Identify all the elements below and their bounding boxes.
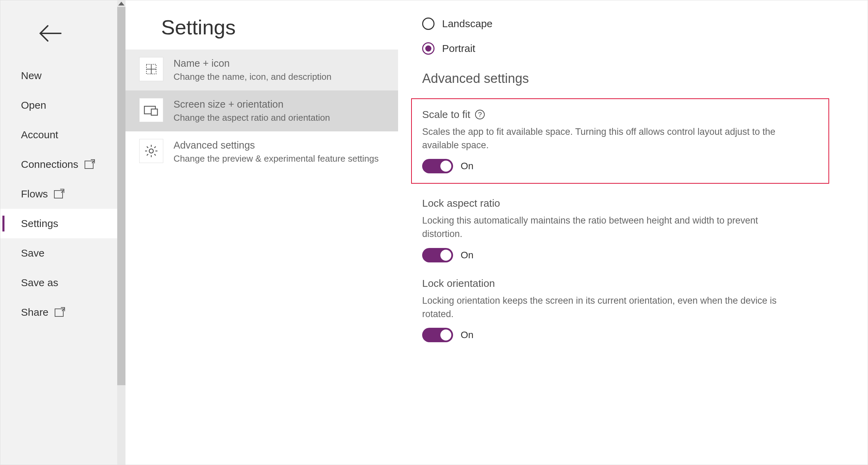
category-name-icon[interactable]: Name + icon Change the name, icon, and d… — [125, 50, 398, 90]
sidebar-item-account[interactable]: Account — [0, 120, 125, 150]
setting-desc: Locking this automatically maintains the… — [422, 214, 800, 241]
toggle-state-label: On — [461, 161, 473, 172]
sidebar-item-save-as[interactable]: Save as — [0, 268, 125, 298]
external-link-icon — [54, 190, 64, 198]
svg-point-5 — [149, 149, 153, 153]
setting-lock-orientation: Lock orientation Locking orientation kee… — [422, 278, 840, 342]
category-desc: Change the preview & experimental featur… — [174, 153, 379, 165]
scrollbar[interactable] — [117, 0, 125, 465]
sidebar-item-new[interactable]: New — [0, 61, 125, 90]
sidebar-item-connections[interactable]: Connections — [0, 150, 125, 179]
page-title: Settings — [125, 0, 398, 50]
toggle-scale-to-fit[interactable] — [422, 159, 453, 173]
radio-icon — [422, 42, 435, 55]
svg-line-10 — [147, 147, 148, 148]
sidebar-item-label: Save — [21, 247, 44, 259]
setting-scale-to-fit: Scale to fit ? Scales the app to fit ava… — [422, 109, 818, 173]
orientation-portrait[interactable]: Portrait — [422, 42, 840, 55]
sidebar-item-label: Save as — [21, 277, 58, 289]
setting-lock-aspect: Lock aspect ratio Locking this automatic… — [422, 197, 840, 262]
settings-categories: Settings Name + icon Change the name, ic… — [125, 0, 398, 465]
svg-rect-4 — [151, 109, 157, 115]
category-desc: Change the aspect ratio and orientation — [174, 112, 330, 124]
category-title: Name + icon — [174, 58, 332, 69]
sidebar-item-settings[interactable]: Settings — [0, 209, 125, 238]
toggle-lock-orientation[interactable] — [422, 328, 453, 342]
sidebar-item-label: Settings — [21, 218, 58, 229]
sidebar-item-save[interactable]: Save — [0, 238, 125, 268]
svg-line-11 — [154, 154, 156, 155]
category-advanced[interactable]: Advanced settings Change the preview & e… — [125, 131, 398, 172]
radio-label: Portrait — [442, 43, 475, 54]
advanced-settings-heading: Advanced settings — [422, 71, 840, 86]
external-link-icon — [85, 160, 94, 169]
settings-detail: Landscape Portrait Advanced settings Sca… — [398, 0, 868, 465]
category-title: Advanced settings — [174, 140, 379, 151]
orientation-landscape[interactable]: Landscape — [422, 18, 840, 30]
radio-label: Landscape — [442, 18, 493, 30]
sidebar: New Open Account Connections Flows Setti… — [0, 0, 125, 465]
radio-icon — [422, 18, 435, 30]
sidebar-item-label: Account — [21, 129, 58, 141]
sidebar-item-label: Share — [21, 306, 48, 318]
toggle-lock-aspect[interactable] — [422, 248, 453, 262]
setting-desc: Scales the app to fit available space. T… — [422, 125, 800, 152]
highlight-box: Scale to fit ? Scales the app to fit ava… — [411, 98, 829, 184]
setting-title: Lock aspect ratio — [422, 197, 500, 209]
gear-icon — [139, 139, 163, 163]
setting-title: Lock orientation — [422, 278, 495, 289]
sidebar-item-flows[interactable]: Flows — [0, 179, 125, 209]
setting-desc: Locking orientation keeps the screen in … — [422, 294, 800, 321]
name-icon — [139, 57, 163, 81]
app-root: New Open Account Connections Flows Setti… — [0, 0, 868, 465]
sidebar-item-label: New — [21, 70, 42, 82]
help-icon[interactable]: ? — [475, 110, 485, 119]
scrollbar-thumb[interactable] — [117, 7, 125, 385]
toggle-state-label: On — [461, 329, 473, 340]
toggle-state-label: On — [461, 250, 473, 261]
scroll-up-icon — [118, 2, 124, 6]
category-screen-size[interactable]: Screen size + orientation Change the asp… — [125, 90, 398, 131]
category-desc: Change the name, icon, and description — [174, 71, 332, 83]
screen-icon — [139, 98, 163, 122]
svg-line-13 — [147, 154, 148, 155]
back-button[interactable] — [0, 0, 125, 61]
back-arrow-icon — [38, 24, 62, 42]
sidebar-item-share[interactable]: Share — [0, 298, 125, 327]
sidebar-item-label: Connections — [21, 159, 78, 170]
setting-title: Scale to fit — [422, 109, 470, 120]
svg-line-12 — [154, 147, 156, 148]
category-title: Screen size + orientation — [174, 99, 330, 110]
sidebar-item-open[interactable]: Open — [0, 90, 125, 120]
external-link-icon — [55, 308, 64, 317]
sidebar-item-label: Open — [21, 99, 46, 111]
sidebar-item-label: Flows — [21, 188, 48, 200]
